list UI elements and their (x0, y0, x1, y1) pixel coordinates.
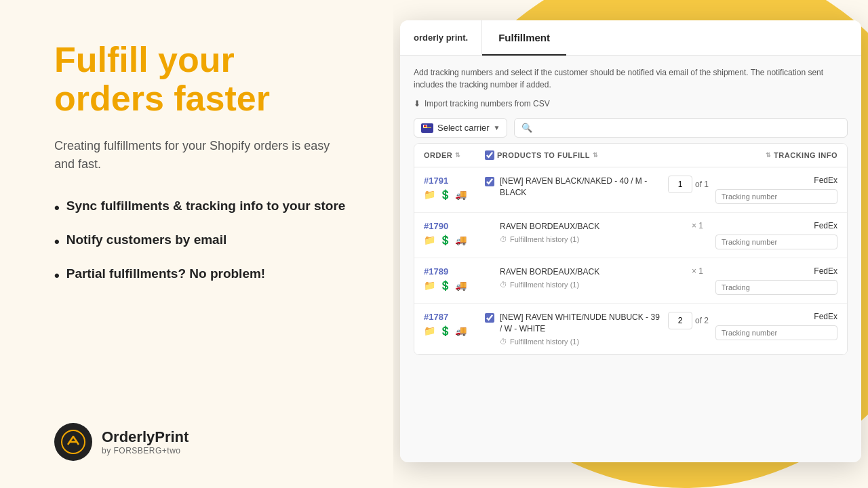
product-name: [NEW] RAVEN WHITE/NUDE NUBUCK - 39 / W -… (500, 312, 663, 335)
toolbar: Select carrier ▼ 🔍 (414, 118, 848, 138)
order-id[interactable]: #1790 (424, 221, 485, 231)
app-logo-text: orderly print. (414, 33, 468, 43)
product-col: RAVEN BORDEAUX/BACK ⏱ Fulfillment histor… (485, 221, 715, 243)
row-inner: #1790 📁 💲 🚚 RAVEN BORDEAUX/BACK (424, 221, 837, 249)
row-inner: #1787 📁 💲 🚚 [NEW] RAVEN WHITE/NUDE NUBUC… (424, 312, 837, 346)
product-info: RAVEN BORDEAUX/BACK ⏱ Fulfillment histor… (485, 221, 686, 243)
carrier-icon (421, 123, 433, 133)
feature-item-2: Notify customers by email (54, 232, 353, 252)
order-id[interactable]: #1787 (424, 312, 485, 322)
order-id[interactable]: #1791 (424, 176, 485, 186)
truck-icon: 🚚 (455, 189, 467, 200)
tracking-input[interactable] (715, 325, 837, 340)
folder-icon: 📁 (424, 280, 435, 291)
product-info: RAVEN BORDEAUX/BACK ⏱ Fulfillment histor… (485, 266, 686, 289)
brand-logo (54, 423, 92, 461)
product-name: [NEW] RAVEN BLACK/NAKED - 40 / M - BLACK (500, 176, 663, 199)
app-body: Add tracking numbers and select if the c… (400, 56, 861, 462)
carrier-select-label: Select carrier (437, 123, 490, 133)
multiply-qty: × 1 (692, 266, 703, 276)
carrier-badge: FedEx (715, 176, 837, 185)
tracking-col: FedEx (715, 176, 837, 204)
table-row: #1791 📁 💲 🚚 [NEW] RAVEN BLACK/NAKED - 40… (414, 167, 847, 213)
app-header: orderly print. Fulfillment (400, 20, 861, 56)
history-icon: ⏱ (500, 235, 507, 243)
tracking-col: FedEx (715, 221, 837, 249)
dollar-icon: 💲 (439, 280, 451, 291)
multiply-qty: × 1 (692, 221, 703, 230)
product-col: [NEW] RAVEN WHITE/NUDE NUBUCK - 39 / W -… (485, 312, 715, 346)
import-link[interactable]: ⬇ Import tracking numbers from CSV (414, 99, 848, 108)
sort-tracking-icon[interactable]: ⇅ (766, 152, 772, 159)
brand-footer: OrderlyPrint by FORSBERG+two (54, 423, 353, 461)
order-icons: 📁 💲 🚚 (424, 325, 485, 336)
col-order-header: ORDER ⇅ (424, 151, 485, 159)
qty-of: of 1 (695, 180, 709, 189)
left-content: Fulfill your orders faster Creating fulf… (54, 41, 353, 299)
orders-table: ORDER ⇅ PRODUCTS TO FULFILL ⇅ ⇅ TRACKING… (414, 143, 848, 355)
carrier-select[interactable]: Select carrier ▼ (414, 118, 507, 138)
carrier-badge: FedEx (715, 312, 837, 321)
truck-icon: 🚚 (455, 280, 467, 291)
product-col: RAVEN BORDEAUX/BACK ⏱ Fulfillment histor… (485, 266, 715, 289)
order-id-col: #1791 📁 💲 🚚 (424, 176, 485, 200)
row-inner: #1789 📁 💲 🚚 RAVEN BORDEAUX/BACK (424, 266, 837, 295)
carrier-badge: FedEx (715, 221, 837, 230)
qty-area: of 1 (668, 176, 709, 193)
fulfillment-history[interactable]: ⏱ Fulfillment history (1) (500, 235, 686, 243)
carrier-badge: FedEx (715, 266, 837, 276)
feature-item-3: Partial fulfillments? No problem! (54, 266, 353, 286)
brand-name: OrderlyPrint (102, 428, 189, 446)
tracking-input[interactable] (715, 189, 837, 204)
truck-icon: 🚚 (455, 325, 467, 336)
qty-area: × 1 (692, 221, 709, 230)
history-icon: ⏱ (500, 338, 507, 346)
order-id-col: #1787 📁 💲 🚚 (424, 312, 485, 336)
sort-icon[interactable]: ⇅ (455, 152, 461, 159)
fulfillment-history[interactable]: ⏱ Fulfillment history (1) (500, 281, 686, 289)
row-inner: #1791 📁 💲 🚚 [NEW] RAVEN BLACK/NAKED - 40… (424, 176, 837, 204)
brand-text: OrderlyPrint by FORSBERG+two (102, 428, 189, 455)
select-all-checkbox[interactable] (485, 150, 494, 160)
product-name: RAVEN BORDEAUX/BACK (500, 221, 686, 232)
product-name: RAVEN BORDEAUX/BACK (500, 266, 686, 278)
col-tracking-header: ⇅ TRACKING INFO (702, 151, 837, 159)
search-box[interactable]: 🔍 (514, 118, 848, 138)
fulfillment-history[interactable]: ⏱ Fulfillment history (1) (500, 338, 663, 346)
product-info: [NEW] RAVEN WHITE/NUDE NUBUCK - 39 / W -… (500, 312, 663, 346)
brand-sub: by FORSBERG+two (102, 446, 189, 455)
table-row: #1790 📁 💲 🚚 RAVEN BORDEAUX/BACK (414, 213, 847, 258)
table-header: ORDER ⇅ PRODUCTS TO FULFILL ⇅ ⇅ TRACKING… (414, 144, 847, 167)
hero-title: Fulfill your orders faster (54, 41, 353, 118)
tracking-col: FedEx (715, 266, 837, 295)
left-panel: Fulfill your orders faster Creating fulf… (0, 0, 393, 488)
history-text: Fulfillment history (1) (510, 235, 579, 243)
product-checkbox[interactable] (485, 177, 494, 186)
order-id-col: #1790 📁 💲 🚚 (424, 221, 485, 245)
feature-list: Sync fulfillments & tracking info to you… (54, 198, 353, 285)
search-icon: 🔍 (521, 123, 532, 133)
qty-input[interactable] (668, 176, 692, 193)
tab-fulfillment[interactable]: Fulfillment (482, 21, 566, 56)
order-icons: 📁 💲 🚚 (424, 280, 485, 291)
qty-of: of 2 (695, 316, 709, 325)
history-text: Fulfillment history (1) (510, 281, 579, 289)
info-text: Add tracking numbers and select if the c… (414, 66, 848, 91)
folder-icon: 📁 (424, 235, 435, 245)
history-icon: ⏱ (500, 281, 507, 289)
product-checkbox[interactable] (485, 313, 494, 323)
qty-input[interactable] (668, 312, 692, 329)
qty-area: of 2 (668, 312, 709, 329)
order-icons: 📁 💲 🚚 (424, 189, 485, 200)
tracking-input[interactable] (715, 235, 837, 249)
right-panel: orderly print. Fulfillment Add tracking … (393, 0, 868, 488)
sort-products-icon[interactable]: ⇅ (593, 152, 599, 159)
history-text: Fulfillment history (1) (510, 338, 579, 346)
qty-area: × 1 (692, 266, 709, 276)
dollar-icon: 💲 (439, 189, 451, 200)
product-info: [NEW] RAVEN BLACK/NAKED - 40 / M - BLACK (500, 176, 663, 199)
download-icon: ⬇ (414, 99, 420, 108)
order-id[interactable]: #1789 (424, 266, 485, 277)
tracking-input[interactable] (715, 280, 837, 295)
truck-icon: 🚚 (455, 235, 467, 245)
